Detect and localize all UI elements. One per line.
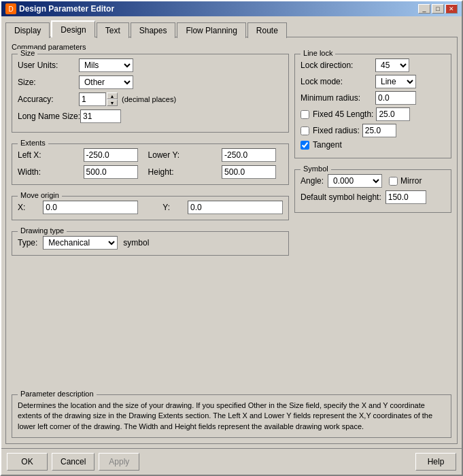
type-label: Type: — [18, 238, 37, 248]
width-input[interactable] — [84, 165, 138, 179]
close-button[interactable]: ✕ — [445, 4, 458, 14]
long-name-label: Long Name Size: — [18, 112, 80, 121]
bottom-bar: OK Cancel Apply Help — [1, 448, 462, 475]
origin-y-input[interactable] — [188, 201, 283, 214]
lock-mode-select[interactable]: Line Arc Off — [375, 75, 416, 88]
extents-section-title: Extents — [18, 139, 48, 147]
angle-label: Angle: — [301, 176, 324, 186]
help-button[interactable]: Help — [415, 453, 456, 471]
tab-text[interactable]: Text — [97, 22, 129, 38]
angle-row: Angle: 0.000 90.000 180.000 270.000 Mirr… — [301, 174, 445, 188]
user-units-label: User Units: — [18, 61, 79, 70]
fixed-45-row: Fixed 45 Length: — [301, 107, 445, 121]
default-height-label: Default symbol height: — [301, 192, 381, 202]
tab-design[interactable]: Design — [51, 20, 95, 37]
accuracy-row: Accuracy: 1 ▲ ▼ (decimal places) — [18, 92, 283, 106]
long-name-input[interactable] — [80, 109, 121, 123]
width-label: Width: — [18, 167, 80, 177]
accuracy-label: Accuracy: — [18, 95, 79, 104]
ok-button[interactable]: OK — [7, 453, 48, 471]
tab-bar: Display Design Text Shapes Flow Planning… — [5, 20, 458, 37]
drawing-type-section: Drawing type Type: Mechanical Schematic … — [12, 231, 289, 256]
tab-content-design: Command parameters Size User Units: Mils… — [5, 37, 458, 444]
maximize-button[interactable]: □ — [432, 4, 444, 14]
size-row: Size: Other A B C — [18, 75, 283, 89]
drawing-type-title: Drawing type — [18, 226, 67, 235]
accuracy-input[interactable]: 1 — [79, 92, 106, 106]
title-bar: D Design Parameter Editor _ □ ✕ — [1, 1, 462, 16]
accuracy-suffix: (decimal places) — [122, 95, 176, 103]
symbol-section: Symbol Angle: 0.000 90.000 180.000 270.0… — [294, 169, 451, 213]
line-lock-title: Line lock — [301, 49, 335, 57]
tangent-row: Tangent — [301, 140, 445, 150]
cancel-button[interactable]: Cancel — [52, 453, 95, 471]
tangent-checkbox[interactable] — [301, 141, 309, 150]
angle-select[interactable]: 0.000 90.000 180.000 270.000 — [328, 174, 382, 188]
size-select[interactable]: Other A B C — [79, 75, 133, 89]
lock-mode-label: Lock mode: — [301, 77, 375, 86]
left-buttons: OK Cancel Apply — [7, 453, 139, 471]
right-column: Line lock Lock direction: 45 90 Any Lock… — [294, 54, 451, 392]
lock-mode-row: Lock mode: Line Arc Off — [301, 75, 445, 88]
default-height-input[interactable] — [385, 190, 426, 204]
extents-section: Extents Left X: Lower Y: Width: Height: — [12, 143, 289, 185]
move-origin-row: X: Y: — [18, 201, 283, 214]
drawing-type-row: Type: Mechanical Schematic PCB symbol — [18, 236, 283, 250]
long-name-row: Long Name Size: — [18, 109, 283, 123]
main-content: Display Design Text Shapes Flow Planning… — [1, 16, 462, 448]
line-lock-section: Line lock Lock direction: 45 90 Any Lock… — [294, 54, 451, 158]
fixed-radius-label: Fixed radius: — [313, 126, 360, 135]
user-units-select[interactable]: Mils Inches mm — [79, 58, 133, 72]
extents-grid: Left X: Lower Y: Width: Height: — [18, 148, 283, 179]
left-x-input[interactable] — [84, 148, 138, 162]
accuracy-down-btn[interactable]: ▼ — [107, 99, 118, 106]
move-origin-title: Move origin — [18, 191, 62, 199]
min-radius-label: Minimum radius: — [301, 93, 375, 103]
origin-x-input[interactable] — [43, 201, 138, 214]
min-radius-input[interactable] — [375, 91, 416, 105]
lower-y-input[interactable] — [222, 148, 276, 162]
fixed-45-input[interactable] — [376, 107, 410, 121]
mirror-checkbox[interactable] — [389, 177, 398, 186]
param-description-title: Parameter description — [18, 390, 97, 398]
symbol-section-title: Symbol — [301, 165, 331, 173]
accuracy-up-btn[interactable]: ▲ — [107, 92, 118, 99]
lower-y-label: Lower Y: — [148, 150, 218, 160]
height-label: Height: — [148, 167, 218, 177]
left-x-label: Left X: — [18, 150, 80, 160]
mirror-label: Mirror — [400, 176, 422, 186]
left-column: Size User Units: Mils Inches mm Size: — [12, 54, 289, 392]
minimize-button[interactable]: _ — [418, 4, 430, 14]
size-section-title: Size — [18, 49, 37, 57]
type-select[interactable]: Mechanical Schematic PCB — [43, 236, 118, 250]
lock-direction-row: Lock direction: 45 90 Any — [301, 58, 445, 72]
apply-button[interactable]: Apply — [99, 453, 139, 471]
min-radius-row: Minimum radius: — [301, 91, 445, 105]
lock-direction-select[interactable]: 45 90 Any — [375, 58, 409, 72]
param-description-text: Determines the location and the size of … — [18, 401, 445, 432]
user-units-row: User Units: Mils Inches mm — [18, 58, 283, 72]
symbol-label: symbol — [123, 238, 149, 248]
size-label: Size: — [18, 78, 79, 87]
move-origin-section: Move origin X: Y: — [12, 196, 289, 220]
title-buttons: _ □ ✕ — [418, 4, 458, 14]
tab-route[interactable]: Route — [247, 22, 287, 38]
tangent-label: Tangent — [313, 140, 342, 150]
origin-x-label: X: — [18, 203, 25, 212]
lock-direction-label: Lock direction: — [301, 61, 375, 70]
default-height-row: Default symbol height: — [301, 190, 445, 204]
fixed-45-checkbox[interactable] — [301, 110, 309, 119]
fixed-radius-input[interactable] — [362, 124, 396, 137]
fixed-45-label: Fixed 45 Length: — [313, 109, 373, 119]
tab-display[interactable]: Display — [5, 22, 50, 38]
tab-shapes[interactable]: Shapes — [131, 22, 176, 38]
main-window: D Design Parameter Editor _ □ ✕ Display … — [0, 0, 463, 476]
tab-flow-planning[interactable]: Flow Planning — [177, 22, 245, 38]
fixed-radius-row: Fixed radius: — [301, 124, 445, 137]
accuracy-spinner: 1 ▲ ▼ — [79, 92, 118, 106]
size-section: Size User Units: Mils Inches mm Size: — [12, 54, 289, 133]
app-icon: D — [5, 3, 16, 14]
main-area: Size User Units: Mils Inches mm Size: — [12, 54, 451, 392]
height-input[interactable] — [222, 165, 276, 179]
fixed-radius-checkbox[interactable] — [301, 126, 309, 135]
